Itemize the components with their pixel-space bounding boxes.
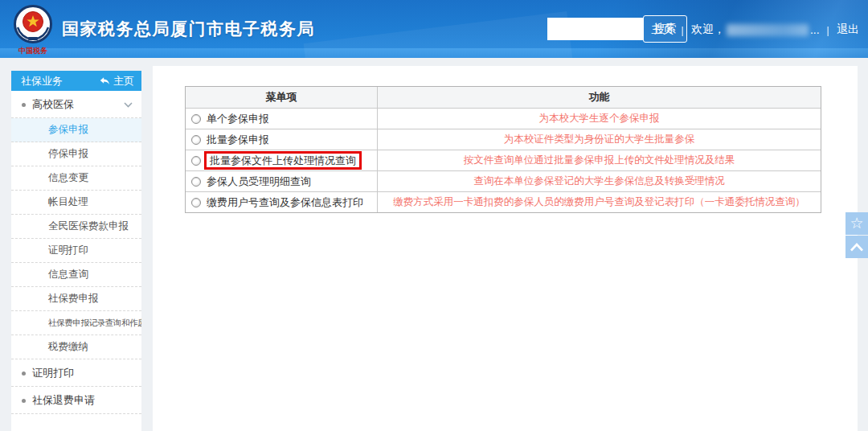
sidebar-home-label: 主页 (113, 74, 134, 88)
sidebar-item[interactable]: 证明打印 (11, 359, 141, 387)
sidebar-item-label: 社保费申报 (48, 292, 99, 306)
header-background-decoration (304, 11, 573, 58)
menu-header-cell: 菜单项 (186, 87, 378, 108)
page-title: 国家税务总局厦门市电子税务局 (62, 18, 315, 40)
function-cell: 缴费方式采用一卡通扣费的参保人员的缴费用户号查询及登记表打印（一卡通委托情况查询… (378, 192, 821, 212)
favorite-button[interactable]: ☆ (845, 212, 868, 235)
sidebar-title: 社保业务 (21, 74, 63, 88)
bullet-icon (22, 371, 26, 376)
sidebar-item[interactable]: 全民医保费款申报 (11, 215, 141, 239)
radio-button[interactable] (191, 177, 201, 187)
logo-ribbon-text: 中国税务 (18, 47, 48, 55)
sidebar-item[interactable]: 社保费申报 (11, 287, 141, 311)
table-row: 批量参保申报为本校证件类型为身份证的大学生批量参保 (186, 129, 821, 150)
radio-button[interactable] (191, 156, 201, 166)
sidebar-item-label: 证明打印 (32, 366, 74, 380)
sidebar-item-label: 停保申报 (48, 147, 88, 161)
sidebar-item-label: 社保费申报记录查询和作废 (48, 318, 141, 329)
chevron-up-icon (849, 241, 865, 252)
function-header-cell: 功能 (378, 87, 821, 108)
nav-separator: | (682, 24, 684, 36)
sidebar-home-link[interactable]: 主页 (99, 74, 134, 88)
radio-button[interactable] (191, 198, 201, 207)
welcome-label: 欢迎， (691, 23, 725, 37)
sidebar-item[interactable]: 税费缴纳 (11, 335, 141, 359)
tax-emblem-logo: 中国税务 (10, 3, 55, 56)
sidebar-header: 社保业务 主页 (11, 71, 141, 91)
floating-toolbar: ☆ (845, 212, 868, 258)
table-row: 参保人员受理明细查询查询在本单位参保登记的大学生参保信息及转换受理情况 (186, 170, 821, 191)
function-table-body: 单个参保申报为本校大学生逐个参保申报批量参保申报为本校证件类型为身份证的大学生批… (186, 108, 821, 212)
back-arrow-icon (99, 76, 110, 86)
sidebar-item[interactable]: 帐目处理 (11, 191, 141, 215)
nav-separator: | (827, 24, 829, 36)
menu-cell: 参保人员受理明细查询 (186, 171, 378, 191)
table-row: 缴费用户号查询及参保信息表打印缴费方式采用一卡通扣费的参保人员的缴费用户号查询及… (186, 191, 821, 212)
sidebar: 社保业务 主页 高校医保参保申报停保申报信息变更帐目处理全民医保费款申报证明打印… (11, 71, 141, 431)
sidebar-item-label: 参保申报 (48, 123, 88, 137)
table-row: 批量参保文件上传处理情况查询按文件查询单位通过批量参保申报上传的文件处理情况及结… (186, 150, 821, 170)
function-text: 为本校大学生逐个参保申报 (539, 112, 660, 125)
menu-item-label[interactable]: 参保人员受理明细查询 (207, 174, 311, 188)
menu-item-label[interactable]: 批量参保文件上传处理情况查询 (204, 151, 362, 170)
sidebar-item-label: 帐目处理 (48, 195, 88, 209)
menu-cell: 批量参保申报 (186, 129, 378, 150)
main-content: 菜单项 功能 单个参保申报为本校大学生逐个参保申报批量参保申报为本校证件类型为身… (153, 66, 858, 431)
radio-button[interactable] (191, 114, 201, 124)
menu-cell: 批量参保文件上传处理情况查询 (186, 150, 378, 170)
menu-item-label[interactable]: 单个参保申报 (207, 112, 269, 125)
function-cell: 为本校证件类型为身份证的大学生批量参保 (378, 129, 821, 150)
menu-cell: 缴费用户号查询及参保信息表打印 (186, 192, 378, 212)
function-cell: 按文件查询单位通过批量参保申报上传的文件处理情况及结果 (378, 150, 821, 170)
bullet-icon (22, 399, 26, 403)
radio-button[interactable] (191, 135, 201, 145)
chevron-down-icon (124, 102, 133, 108)
menu-column-header: 菜单项 (266, 90, 297, 105)
search-input[interactable] (547, 18, 643, 40)
bullet-icon (22, 103, 26, 107)
function-cell: 查询在本单位参保登记的大学生参保信息及转换受理情况 (378, 171, 821, 191)
menu-cell: 单个参保申报 (186, 109, 378, 129)
function-text: 为本校证件类型为身份证的大学生批量参保 (504, 133, 695, 146)
star-icon: ☆ (850, 216, 863, 232)
sidebar-item[interactable]: 信息变更 (11, 166, 141, 191)
sidebar-item-label: 证明打印 (48, 244, 88, 257)
header-nav: 主页 | 欢迎， ... | 退出 (652, 22, 859, 38)
menu-item-label[interactable]: 批量参保申报 (207, 133, 269, 146)
menu-item-label[interactable]: 缴费用户号查询及参保信息表打印 (207, 195, 363, 209)
app-header: 中国税务 国家税务总局厦门市电子税务局 搜索 主页 | 欢迎， ... | 退出 (0, 0, 868, 58)
function-text: 按文件查询单位通过批量参保申报上传的文件处理情况及结果 (464, 154, 735, 167)
sidebar-item[interactable]: 社保费申报记录查询和作废 (11, 311, 141, 335)
scroll-to-top-button[interactable] (845, 236, 868, 258)
sidebar-item-label: 信息变更 (48, 171, 88, 185)
sidebar-item-label: 税费缴纳 (48, 340, 88, 354)
sidebar-item-label: 全民医保费款申报 (48, 220, 129, 233)
sidebar-menu: 高校医保参保申报停保申报信息变更帐目处理全民医保费款申报证明打印信息查询社保费申… (11, 91, 141, 414)
sidebar-item[interactable]: 信息查询 (11, 263, 141, 287)
function-column-header: 功能 (589, 90, 610, 105)
sidebar-item-label: 高校医保 (32, 97, 74, 112)
function-text: 缴费方式采用一卡通扣费的参保人员的缴费用户号查询及登记表打印（一卡通委托情况查询… (393, 195, 805, 209)
home-link[interactable]: 主页 (652, 23, 674, 37)
sidebar-item[interactable]: 参保申报 (11, 118, 141, 142)
function-text: 查询在本单位参保登记的大学生参保信息及转换受理情况 (473, 174, 725, 188)
redacted-username (727, 24, 809, 36)
function-table: 菜单项 功能 单个参保申报为本校大学生逐个参保申报批量参保申报为本校证件类型为身… (185, 86, 821, 213)
table-row: 单个参保申报为本校大学生逐个参保申报 (186, 108, 821, 129)
sidebar-item-label: 社保退费申请 (32, 393, 95, 408)
table-header-row: 菜单项 功能 (186, 87, 821, 108)
welcome-text: 欢迎， ... (691, 23, 820, 37)
sidebar-item-label: 信息查询 (48, 268, 88, 281)
logout-link[interactable]: 退出 (837, 23, 859, 37)
function-cell: 为本校大学生逐个参保申报 (378, 109, 821, 129)
sidebar-item[interactable]: 社保退费申请 (11, 387, 141, 414)
welcome-ellipsis: ... (810, 23, 820, 36)
sidebar-item[interactable]: 证明打印 (11, 239, 141, 263)
sidebar-item[interactable]: 高校医保 (11, 91, 141, 118)
sidebar-item[interactable]: 停保申报 (11, 142, 141, 166)
